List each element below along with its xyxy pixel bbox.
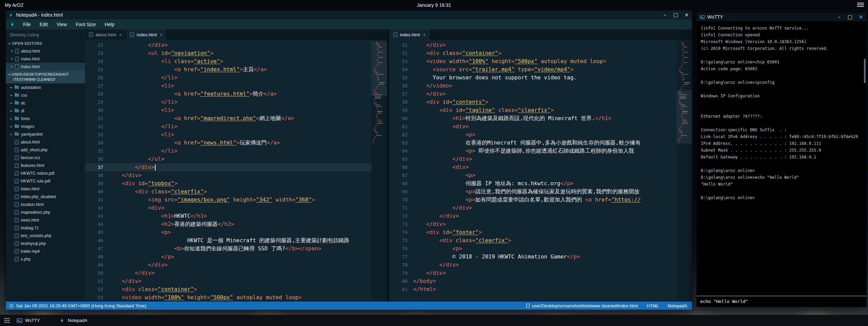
maximize-button[interactable]: □ [670, 11, 681, 19]
code-line: <li> [109, 106, 371, 114]
code-line: </ul> [109, 155, 371, 163]
file-item[interactable]: teabag.7z [6, 224, 85, 232]
code-line: </video> [413, 82, 676, 90]
menu-font-size[interactable]: Font Size [71, 19, 100, 30]
folder-item[interactable]: ▸fonts [6, 115, 85, 122]
code-line: © 2018 - 2019 HKWTC Animation Gamer</p> [413, 253, 676, 261]
file-item[interactable]: x.php [6, 255, 85, 263]
editor-tab[interactable]: index.html× [126, 30, 167, 40]
open-editor-item[interactable]: ×about.html [6, 47, 85, 55]
file-item[interactable]: features.html [6, 161, 85, 169]
code-editor[interactable]: </div> <div class="container"> <video wi… [413, 40, 676, 302]
file-name: news.html [21, 218, 39, 223]
open-editors-section[interactable]: ▾ OPEN EDITORS [6, 40, 85, 47]
code-line: <div id="topbox"> [109, 179, 371, 188]
notepada-menubar: FileEditViewFont SizeHelp [6, 19, 692, 30]
file-item[interactable]: HKWTC rule.pdf [6, 177, 85, 185]
file-icon [15, 57, 19, 61]
file-item[interactable]: mapredirect.php [6, 208, 85, 216]
file-item[interactable]: news.html [6, 216, 85, 224]
open-editor-item[interactable]: ×index.html [6, 55, 85, 63]
editor-tab[interactable]: about.html× [85, 30, 126, 40]
file-item[interactable]: trailer.mp4 [6, 247, 85, 255]
folder-item[interactable]: ▸yamlyamlml [6, 130, 85, 138]
terminal-output: [info] Connecting to arozos WsTTY servic… [697, 21, 866, 296]
code-line: <a href="news.html">玩家傳送門</a> [109, 139, 371, 147]
file-item[interactable]: HKWTC notice.pdf [6, 169, 85, 177]
file-name: test_sockets.php [21, 233, 51, 238]
file-item[interactable]: index.html [6, 185, 85, 193]
chevron-right-icon: ▸ [11, 124, 15, 128]
file-name: features.html [21, 163, 44, 168]
tab-close-icon[interactable]: × [119, 32, 122, 37]
minimap[interactable] [371, 40, 387, 302]
file-item[interactable]: test_sockets.php [6, 232, 85, 239]
code-line: </p> [109, 253, 371, 261]
taskbar-item-wstty[interactable]: WsTTY [15, 315, 42, 326]
chevron-right-icon: ▸ [11, 93, 15, 97]
file-icon [15, 49, 19, 54]
folder-name: yamlyamlml [21, 132, 42, 137]
code-line: <div id="contents"> [413, 98, 676, 106]
menu-help[interactable]: Help [100, 19, 119, 30]
code-line: </html> [413, 285, 676, 293]
code-line: <p> [413, 171, 676, 179]
taskbar-item-notepada[interactable]: NotepadA [57, 315, 89, 326]
maximize-button[interactable]: □ [845, 13, 855, 21]
menu-view[interactable]: View [52, 19, 71, 30]
wstty-titlebar[interactable]: WsTTY – □ × [697, 13, 866, 21]
close-file-icon[interactable]: × [11, 57, 15, 61]
folder-item[interactable]: ▸css [6, 91, 85, 99]
file-icon [15, 148, 19, 152]
notepada-titlebar[interactable]: NotepadA - index.html – □ × [6, 11, 692, 19]
code-line: <p> [413, 131, 676, 139]
notepada-window: NotepadA - index.html – □ × FileEditView… [5, 10, 692, 310]
folder-item[interactable]: ▸dc [6, 99, 85, 107]
code-line: <video width="100%" height="500px" autop… [109, 293, 371, 302]
terminal-icon [17, 318, 22, 323]
terminal-input[interactable]: echo "Hello World" [697, 296, 866, 307]
menu-edit[interactable]: Edit [35, 19, 52, 30]
file-icon [526, 304, 530, 308]
folder-icon [15, 86, 19, 89]
file-item[interactable]: testmysql.php [6, 239, 85, 247]
pane-splitter[interactable] [387, 30, 389, 302]
app-launcher-icon[interactable] [4, 318, 10, 323]
minimap[interactable] [676, 40, 692, 302]
close-button[interactable]: × [681, 11, 692, 19]
tab-close-icon[interactable]: × [160, 32, 163, 37]
folder-icon [15, 133, 19, 136]
minimize-button[interactable]: – [834, 13, 845, 21]
code-line: </div> [413, 155, 676, 163]
chevron-right-icon: ▸ [11, 132, 15, 136]
file-item[interactable]: favicon.ico [6, 154, 85, 161]
minimap-viewport[interactable] [676, 90, 692, 143]
folder-item[interactable]: ▸dl [6, 107, 85, 115]
minimap-viewport[interactable] [371, 41, 387, 96]
editor-tab[interactable]: index.html× [389, 30, 430, 40]
code-line: <source src="trailer.mp4" type="video/mp… [413, 65, 676, 74]
taskbar: WsTTY NotepadA [0, 315, 868, 326]
file-item[interactable]: about.html [6, 138, 85, 146]
close-file-icon[interactable]: × [11, 49, 15, 54]
menu-file[interactable]: File [19, 19, 35, 30]
workspace-folder-header[interactable]: ▾USER:/DESKTOP/SCREENSHOT /TEST/WWW CLEA… [6, 71, 85, 83]
file-item[interactable]: location.html [6, 200, 85, 208]
code-editor[interactable]: </div> <ul id="navigation"> <li class="a… [109, 40, 371, 302]
folder-name: images [21, 124, 34, 129]
open-editor-item[interactable]: ×index.html [6, 63, 85, 71]
taskbar-item-label: NotepadA [68, 318, 87, 323]
folder-item[interactable]: ▸images [6, 122, 85, 130]
close-file-icon[interactable]: × [11, 64, 15, 69]
file-item[interactable]: index.php_disabled [6, 193, 85, 200]
code-line: <p> [413, 245, 676, 253]
scrollbar-thumb[interactable] [864, 59, 866, 83]
tab-close-icon[interactable]: × [423, 32, 426, 37]
minimize-button[interactable]: – [659, 11, 670, 19]
file-item[interactable]: add_vhost.php [6, 146, 85, 154]
code-line: <a href="features.html">簡介</a> [109, 90, 371, 98]
close-button[interactable]: × [855, 13, 866, 21]
folder-item[interactable]: ▸autostation [6, 83, 85, 91]
hamburger-menu-icon[interactable] [857, 3, 864, 7]
code-line: </li> [109, 98, 371, 106]
